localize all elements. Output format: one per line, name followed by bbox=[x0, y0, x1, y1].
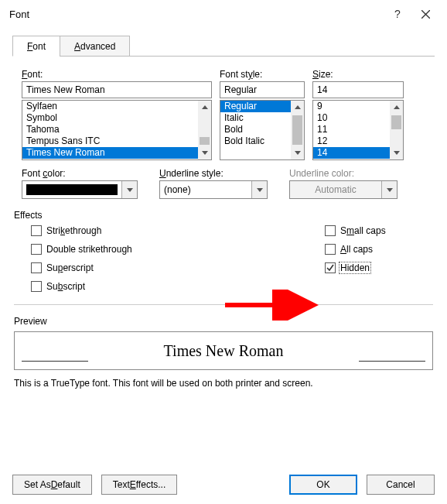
set-as-default-button[interactable]: Set As Default bbox=[12, 475, 92, 495]
chevron-down-icon[interactable] bbox=[251, 181, 267, 198]
font-style-label: Font style: bbox=[220, 69, 305, 80]
list-item[interactable]: Times New Roman bbox=[22, 147, 211, 159]
font-color-label: Font color: bbox=[22, 168, 138, 179]
size-input[interactable] bbox=[312, 81, 404, 98]
list-item[interactable]: Symbol bbox=[22, 112, 211, 124]
tab-font[interactable]: Font bbox=[12, 36, 60, 57]
superscript-checkbox[interactable]: Superscript bbox=[31, 262, 325, 273]
color-swatch bbox=[26, 184, 118, 195]
font-input[interactable] bbox=[22, 81, 212, 98]
tab-bar: Font Advanced bbox=[12, 36, 435, 57]
scroll-up-button[interactable] bbox=[291, 101, 304, 114]
dialog-title: Font bbox=[8, 9, 384, 20]
scroll-down-button[interactable] bbox=[291, 146, 304, 159]
scroll-up-button[interactable] bbox=[390, 101, 403, 114]
cancel-button[interactable]: Cancel bbox=[367, 475, 435, 495]
close-button[interactable] bbox=[411, 0, 439, 28]
font-style-input[interactable] bbox=[220, 81, 305, 98]
scrollbar[interactable] bbox=[390, 101, 403, 159]
preview-text: Times New Roman bbox=[164, 342, 284, 360]
ok-button[interactable]: OK bbox=[289, 475, 357, 495]
list-item[interactable]: Sylfaen bbox=[22, 101, 211, 112]
scroll-down-button[interactable] bbox=[198, 146, 211, 159]
double-strikethrough-checkbox[interactable]: Double strikethrough bbox=[31, 244, 325, 255]
size-listbox[interactable]: 9 10 11 12 14 bbox=[312, 100, 404, 160]
underline-color-label: Underline color: bbox=[289, 168, 398, 179]
all-caps-checkbox[interactable]: All caps bbox=[325, 244, 416, 255]
underline-style-dropdown[interactable]: (none) bbox=[159, 180, 268, 199]
scroll-down-button[interactable] bbox=[390, 146, 403, 159]
size-label: Size: bbox=[312, 69, 404, 80]
preview-section-label: Preview bbox=[14, 316, 433, 327]
effects-section-label: Effects bbox=[14, 210, 433, 221]
small-caps-checkbox[interactable]: Small caps bbox=[325, 225, 416, 236]
list-item[interactable]: Tahoma bbox=[22, 124, 211, 135]
list-item[interactable]: Tempus Sans ITC bbox=[22, 135, 211, 147]
preview-box: Times New Roman bbox=[14, 331, 433, 370]
scrollbar[interactable] bbox=[198, 101, 211, 159]
help-button[interactable]: ? bbox=[384, 0, 411, 28]
scrollbar[interactable] bbox=[291, 101, 304, 159]
hidden-checkbox[interactable]: Hidden bbox=[325, 262, 416, 273]
chevron-down-icon bbox=[381, 181, 397, 198]
strikethrough-checkbox[interactable]: Strikethrough bbox=[31, 225, 325, 236]
underline-color-dropdown: Automatic bbox=[289, 180, 398, 199]
chevron-down-icon[interactable] bbox=[121, 181, 137, 198]
font-label: Font: bbox=[22, 69, 212, 80]
tab-advanced[interactable]: Advanced bbox=[60, 36, 130, 57]
underline-style-label: Underline style: bbox=[159, 168, 268, 179]
preview-note: This is a TrueType font. This font will … bbox=[14, 378, 433, 389]
subscript-checkbox[interactable]: Subscript bbox=[31, 281, 325, 292]
text-effects-button[interactable]: Text Effects... bbox=[101, 475, 178, 495]
font-style-listbox[interactable]: Regular Italic Bold Bold Italic bbox=[220, 100, 305, 160]
font-listbox[interactable]: Sylfaen Symbol Tahoma Tempus Sans ITC Ti… bbox=[22, 100, 212, 160]
scroll-up-button[interactable] bbox=[198, 101, 211, 114]
font-color-dropdown[interactable] bbox=[22, 180, 138, 199]
